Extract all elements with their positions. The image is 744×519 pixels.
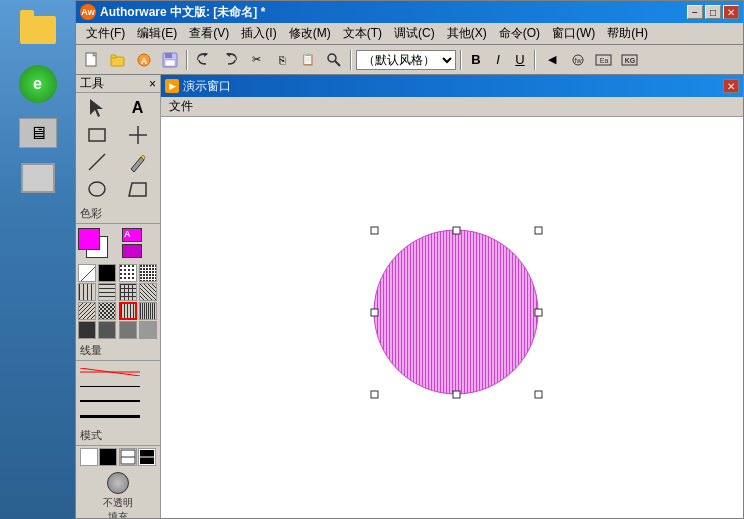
- italic-button[interactable]: I: [488, 50, 508, 70]
- find-button[interactable]: [322, 49, 346, 71]
- menu-text[interactable]: 文本(T): [337, 23, 388, 44]
- menu-insert[interactable]: 插入(I): [235, 23, 282, 44]
- mode-btn-1[interactable]: [80, 448, 98, 466]
- handle-bl[interactable]: [371, 391, 378, 398]
- handle-tl[interactable]: [371, 227, 378, 234]
- mode-section: [76, 446, 160, 468]
- pattern-diag-l[interactable]: [78, 302, 96, 320]
- color-section: A: [76, 224, 160, 262]
- demo-window-title: 演示窗口: [183, 78, 231, 95]
- menu-command[interactable]: 命令(O): [493, 23, 546, 44]
- svg-marker-16: [90, 99, 103, 117]
- menu-modify[interactable]: 修改(M): [283, 23, 337, 44]
- color-indicator-a[interactable]: A: [122, 228, 142, 242]
- handle-mr[interactable]: [535, 309, 542, 316]
- pattern-stripe-v-fine[interactable]: [139, 302, 157, 320]
- undo-button[interactable]: [192, 49, 216, 71]
- crosshair-tool-btn[interactable]: [119, 122, 157, 148]
- pattern-solid-black[interactable]: [98, 264, 116, 282]
- circle-stripes: [374, 230, 538, 394]
- handle-ml[interactable]: [371, 309, 378, 316]
- maximize-button[interactable]: □: [705, 5, 721, 19]
- line-style-none[interactable]: [80, 364, 156, 378]
- oval-tool-btn[interactable]: [78, 176, 116, 202]
- app-icon-green[interactable]: e: [19, 65, 57, 103]
- menu-file[interactable]: 文件(F): [80, 23, 131, 44]
- copy-button[interactable]: ⎘: [270, 49, 294, 71]
- new-button[interactable]: [80, 49, 104, 71]
- svg-rect-35: [140, 284, 157, 301]
- line-tool-btn[interactable]: [78, 149, 116, 175]
- svg-line-9: [335, 61, 340, 66]
- menu-help[interactable]: 帮助(H): [601, 23, 654, 44]
- menu-edit[interactable]: 编辑(E): [131, 23, 183, 44]
- content-area: 工具 × A: [76, 75, 743, 518]
- pencil-tool-btn[interactable]: [119, 149, 157, 175]
- line-section-label: 线量: [76, 341, 160, 361]
- menu-other[interactable]: 其他(X): [441, 23, 493, 44]
- close-button[interactable]: ✕: [723, 5, 739, 19]
- text-tool-btn[interactable]: A: [119, 95, 157, 121]
- underline-button[interactable]: U: [510, 50, 530, 70]
- pattern-dots-med[interactable]: [139, 264, 157, 282]
- arrow-tool-btn[interactable]: [78, 95, 116, 121]
- open-button[interactable]: [106, 49, 130, 71]
- handle-tr[interactable]: [535, 227, 542, 234]
- polygon-tool-btn[interactable]: [119, 176, 157, 202]
- app-title: Authorware 中文版: [未命名] *: [100, 4, 265, 21]
- pattern-dots-light[interactable]: [119, 264, 137, 282]
- line-style-medium[interactable]: [80, 394, 156, 408]
- handle-bc[interactable]: [453, 391, 460, 398]
- demo-window-icon: ▶: [165, 79, 179, 93]
- misc-btn-3[interactable]: KG: [618, 49, 642, 71]
- app-icon-box[interactable]: [21, 163, 55, 193]
- align-left-button[interactable]: ◀: [540, 49, 564, 71]
- pattern-dense-3[interactable]: [119, 321, 137, 339]
- style-dropdown[interactable]: （默认风格）: [356, 50, 456, 70]
- handle-tc[interactable]: [453, 227, 460, 234]
- redo-button[interactable]: [218, 49, 242, 71]
- line-style-thin[interactable]: [80, 379, 156, 393]
- handle-br[interactable]: [535, 391, 542, 398]
- paste-button[interactable]: 📋: [296, 49, 320, 71]
- minimize-button[interactable]: −: [687, 5, 703, 19]
- app-icon-folder2[interactable]: 🖥: [19, 118, 57, 148]
- bold-button[interactable]: B: [466, 50, 486, 70]
- mode-btn-3[interactable]: [119, 448, 137, 466]
- misc-btn-2[interactable]: Ea: [592, 49, 616, 71]
- fill-color-swatch[interactable]: [78, 228, 100, 250]
- svg-point-21: [89, 182, 105, 196]
- pattern-none[interactable]: [78, 264, 96, 282]
- canvas-area: [161, 117, 743, 518]
- color-section-label: 色彩: [76, 204, 160, 224]
- menu-bar: 文件(F) 编辑(E) 查看(V) 插入(I) 修改(M) 文本(T) 调试(C…: [76, 23, 743, 45]
- pattern-dense-2[interactable]: [98, 321, 116, 339]
- svg-rect-24: [120, 265, 137, 282]
- pattern-stripe-v-selected[interactable]: [119, 302, 137, 320]
- demo-window-close-btn[interactable]: ✕: [723, 79, 739, 93]
- pattern-dense-4[interactable]: [139, 321, 157, 339]
- pattern-stripe-v-light[interactable]: [78, 283, 96, 301]
- save-button[interactable]: [158, 49, 182, 71]
- pattern-dense-1[interactable]: [78, 321, 96, 339]
- misc-btn-1[interactable]: fw: [566, 49, 590, 71]
- pattern-grid[interactable]: [119, 283, 137, 301]
- icon-button[interactable]: A: [132, 49, 156, 71]
- pattern-diag-r[interactable]: [139, 283, 157, 301]
- mode-btn-2[interactable]: [99, 448, 117, 466]
- svg-rect-2: [111, 55, 116, 58]
- menu-window[interactable]: 窗口(W): [546, 23, 601, 44]
- folder-icon-1[interactable]: [18, 10, 58, 50]
- demo-menu-file[interactable]: 文件: [165, 98, 197, 115]
- rect-tool-btn[interactable]: [78, 122, 116, 148]
- line-section: [76, 361, 160, 426]
- mode-btn-4[interactable]: [138, 448, 156, 466]
- menu-view[interactable]: 查看(V): [183, 23, 235, 44]
- pattern-crosshatch[interactable]: [98, 302, 116, 320]
- pattern-stripe-h[interactable]: [98, 283, 116, 301]
- color-indicator-box[interactable]: [122, 244, 142, 258]
- menu-debug[interactable]: 调试(C): [388, 23, 441, 44]
- line-style-thick[interactable]: [80, 409, 156, 423]
- cut-button[interactable]: ✂: [244, 49, 268, 71]
- tools-close-icon[interactable]: ×: [149, 77, 156, 91]
